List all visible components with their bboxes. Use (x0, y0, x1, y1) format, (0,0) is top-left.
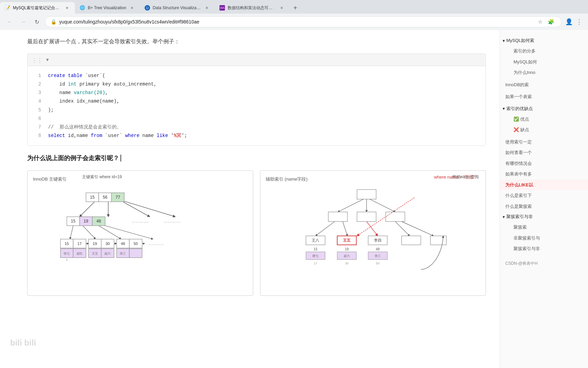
intro-text: 最后在扩展讲一个点，其实不一定会导致索引失效。举个例子： (27, 37, 486, 47)
back-button[interactable]: ← (4, 16, 15, 27)
code-body: 1 create table `user`( 2 id int primary … (28, 66, 486, 146)
sidebar-parent-pros-cons[interactable]: ▾ 索引的优缺点 (500, 104, 588, 114)
sidebar-item-mysql-how[interactable]: MySQL如何 (508, 57, 588, 67)
svg-text:张三: 张三 (375, 254, 381, 258)
tab-close-4[interactable]: × (279, 5, 285, 11)
lock-icon: 🔒 (51, 19, 56, 25)
svg-text:19: 19 (345, 247, 349, 251)
sidebar-parent-mysql[interactable]: ▾ MySQL如何索 (500, 35, 588, 46)
secondary-index-panel: 辅助索引 (name字段) where name = "王五" 根据name查阅 (260, 170, 486, 296)
keyword-select: select (48, 133, 65, 138)
new-tab-button[interactable]: + (290, 2, 301, 14)
line-number: 8 (34, 132, 41, 140)
svg-text:19: 19 (84, 219, 88, 224)
sidebar-item-csdn[interactable]: CSDN-@将表中H (500, 258, 588, 269)
svg-text:………: ……… (148, 240, 164, 246)
code-type-dropdown[interactable]: ▼ (45, 57, 50, 62)
svg-line-19 (83, 226, 96, 239)
sidebar-item-clustered-vs[interactable]: 聚簇索引与非 (508, 243, 588, 254)
sidebar-clustered-indent: 聚簇索 非聚簇索引与 聚簇索引与非 (500, 222, 588, 254)
text-cursor (120, 155, 121, 162)
sidebar-item-clustered[interactable]: 什么是聚簇索 (500, 201, 588, 212)
primary-index-svg: 15 56 77 15 19 48 ……… ……… (33, 186, 247, 289)
profile-icon[interactable]: 👤 (564, 17, 574, 27)
sidebar-item-non-clustered[interactable]: 非聚簇索引与 (508, 233, 588, 244)
extension-icon[interactable]: 🧩 (546, 17, 556, 27)
svg-text:………: ……… (163, 217, 181, 224)
code-line-4: 4 index idx_name(name), (34, 97, 479, 106)
tab-close-2[interactable]: × (129, 5, 135, 11)
keyword-create-table: create table (48, 73, 82, 78)
tab-favicon-2: 🌐 (80, 5, 85, 11)
keyword-varchar: varchar(20) (74, 90, 105, 95)
address-bar[interactable]: 🔒 yuque.com/tulingzhouyu/sfx8p0/gx53l5nu… (45, 16, 561, 27)
sidebar-section-clustered-vs-non: ▾ 聚簇索引与非 聚簇索 非聚簇索引与 聚簇索引与非 (500, 212, 588, 254)
sidebar-item-innodb-index[interactable]: InnoDB的索 (500, 79, 588, 90)
lookup-name-annotation: 根据name查阅 (452, 174, 479, 278)
url-text: yuque.com/tulingzhouyu/sfx8p0/gx53l5nu8v… (59, 19, 533, 25)
svg-line-61 (402, 221, 434, 236)
tab-title-3: Data Structure Visualization (153, 5, 201, 10)
tab-mysql[interactable]: 📝 MySQL索引篇笔记记合集 · 语雀 × (0, 2, 75, 14)
browser-actions: 👤 ⋮ (564, 17, 584, 27)
svg-rect-55 (357, 212, 376, 221)
innodb-primary-index-panel: InnoDB 主键索引 主键索引 where id=19 15 56 77 (27, 170, 253, 296)
code-line-7: 7 // 那么这种情况是会走索引的。 (34, 123, 479, 132)
svg-text:56: 56 (103, 195, 108, 200)
sidebar-section-table-index: 如果一个表索 (500, 91, 588, 102)
tab-close-3[interactable]: × (204, 5, 210, 11)
forward-button[interactable]: → (18, 16, 29, 27)
tab-favicon-4: ViA (219, 5, 225, 11)
keyword-from: from (91, 133, 102, 138)
sidebar-item-index-pushdown[interactable]: 什么是索引下 (500, 190, 588, 201)
tab-bar: 📝 MySQL索引篇笔记记合集 · 语雀 × 🌐 B+ Tree Visuali… (0, 0, 588, 14)
tab-datastructure[interactable]: U Data Structure Visualization × (140, 2, 215, 14)
sidebar-item-why-innodb[interactable]: 为什么Inno (508, 67, 588, 78)
sidebar-parent-clustered[interactable]: ▾ 聚簇索引与非 (500, 212, 588, 222)
sidebar-item-table-index[interactable]: 如果一个表索 (500, 91, 588, 102)
sidebar-item-use-index[interactable]: 使用索引一定 (500, 137, 588, 148)
tab-btree[interactable]: 🌐 B+ Tree Visualization × (75, 2, 140, 14)
sidebar-item-clustered-sub[interactable]: 聚簇索 (508, 222, 588, 233)
sidebar-clustered-label: 聚簇索引与非 (506, 214, 533, 220)
sidebar-item-index-partition[interactable]: 索引的分多 (508, 46, 588, 57)
keyword-int: int (68, 81, 77, 87)
svg-line-20 (99, 226, 121, 239)
svg-text:30: 30 (345, 262, 348, 265)
sidebar-section-pros-cons: ▾ 索引的优缺点 ✅优点 ❌缺点 (500, 104, 588, 135)
sidebar-item-pros[interactable]: ✅优点 (508, 114, 588, 125)
sidebar-parent-label: MySQL如何索 (506, 37, 534, 44)
svg-text:48: 48 (96, 219, 101, 224)
line-number: 1 (34, 72, 41, 80)
content-area: 最后在扩展讲一个点，其实不一定会导致索引失效。举个例子： ⋮⋮ ▼ 1 crea… (0, 30, 500, 368)
svg-rect-68 (402, 236, 421, 245)
line-number: 7 (34, 123, 41, 132)
svg-line-60 (395, 221, 410, 236)
svg-rect-50 (357, 190, 376, 199)
secondary-index-svg: 王八 王五 李四 15 19 48 摆七 (266, 186, 480, 289)
svg-rect-56 (386, 212, 405, 221)
sidebar-item-cons[interactable]: ❌缺点 (508, 124, 588, 135)
sidebar-pros-cons-indent: ✅优点 ❌缺点 (500, 114, 588, 135)
star-icon[interactable]: ☆ (535, 17, 545, 27)
sidebar-item-multi-field[interactable]: 如果表中有多 (500, 169, 588, 180)
svg-text:王五: 王五 (92, 252, 98, 255)
svg-line-0 (80, 201, 96, 217)
drag-handle-icon[interactable]: ⋮⋮ (32, 57, 43, 64)
tab-chinese-viz[interactable]: ViA 数据结构和算法动态可视化 (Chi… × (215, 2, 290, 14)
svg-text:17: 17 (78, 242, 82, 246)
svg-text:48: 48 (376, 247, 380, 251)
svg-line-21 (105, 226, 153, 239)
tab-close-1[interactable]: × (64, 5, 70, 11)
svg-rect-54 (328, 212, 347, 221)
more-icon[interactable]: ⋮ (574, 17, 584, 27)
sidebar-item-check-index[interactable]: 如何查看一个 (500, 147, 588, 158)
svg-text:张三: 张三 (120, 252, 126, 255)
svg-line-3 (122, 201, 175, 217)
refresh-button[interactable]: ↻ (31, 16, 42, 27)
sidebar-item-why-like[interactable]: 为什么LIKE以 (500, 180, 588, 190)
svg-text:………: ……… (132, 217, 149, 224)
sidebar-item-when-fail[interactable]: 有哪些情况会 (500, 158, 588, 169)
comment: // 那么这种情况是会走索引的。 (48, 124, 121, 130)
code-line-5: 5 ); (34, 106, 479, 114)
